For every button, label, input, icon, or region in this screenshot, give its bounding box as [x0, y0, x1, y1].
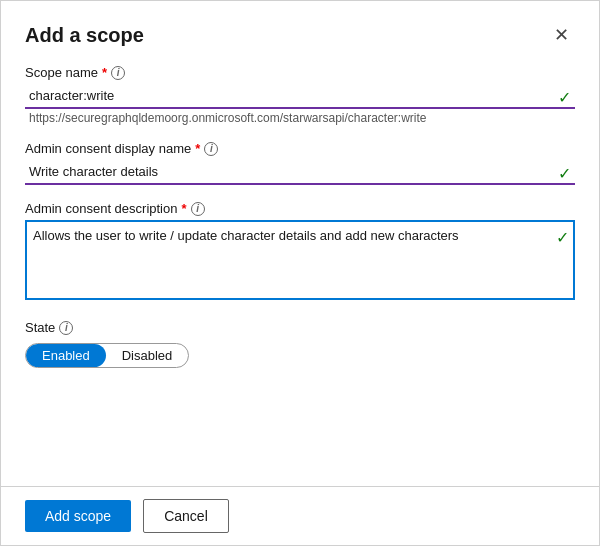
- dialog-body: Scope name * i ✓ https://securegraphqlde…: [1, 61, 599, 486]
- scope-name-info-icon[interactable]: i: [111, 66, 125, 80]
- admin-consent-description-textarea[interactable]: [25, 220, 575, 300]
- admin-consent-display-name-label: Admin consent display name * i: [25, 141, 575, 156]
- admin-consent-description-group: Admin consent description * i ✓: [25, 201, 575, 304]
- scope-name-input[interactable]: [25, 84, 575, 109]
- admin-consent-display-name-input-wrapper: ✓: [25, 160, 575, 185]
- state-section: State i Enabled Disabled: [25, 320, 575, 368]
- admin-consent-description-label: Admin consent description * i: [25, 201, 575, 216]
- add-scope-dialog: Add a scope ✕ Scope name * i ✓ https://s…: [0, 0, 600, 546]
- admin-consent-display-name-input[interactable]: [25, 160, 575, 185]
- admin-consent-display-name-group: Admin consent display name * i ✓: [25, 141, 575, 185]
- admin-consent-display-name-info-icon[interactable]: i: [204, 142, 218, 156]
- scope-name-input-wrapper: ✓: [25, 84, 575, 109]
- scope-name-label: Scope name * i: [25, 65, 575, 80]
- required-star-3: *: [181, 201, 186, 216]
- admin-consent-description-check-icon: ✓: [556, 228, 569, 247]
- disabled-toggle[interactable]: Disabled: [106, 344, 189, 367]
- scope-name-group: Scope name * i ✓ https://securegraphqlde…: [25, 65, 575, 125]
- close-icon: ✕: [554, 24, 569, 46]
- admin-consent-description-info-icon[interactable]: i: [191, 202, 205, 216]
- cancel-button[interactable]: Cancel: [143, 499, 229, 533]
- state-info-icon[interactable]: i: [59, 321, 73, 335]
- scope-name-check-icon: ✓: [558, 87, 571, 106]
- close-button[interactable]: ✕: [547, 21, 575, 49]
- dialog-header: Add a scope ✕: [1, 1, 599, 61]
- enabled-toggle[interactable]: Enabled: [26, 344, 106, 367]
- dialog-footer: Add scope Cancel: [1, 486, 599, 545]
- add-scope-button[interactable]: Add scope: [25, 500, 131, 532]
- required-star-2: *: [195, 141, 200, 156]
- admin-consent-description-textarea-wrapper: ✓: [25, 220, 575, 304]
- required-star: *: [102, 65, 107, 80]
- scope-name-url-hint: https://securegraphqldemoorg.onmicrosoft…: [25, 111, 575, 125]
- admin-consent-display-name-check-icon: ✓: [558, 163, 571, 182]
- dialog-title: Add a scope: [25, 24, 144, 47]
- state-toggle-group: Enabled Disabled: [25, 343, 189, 368]
- state-label: State i: [25, 320, 575, 335]
